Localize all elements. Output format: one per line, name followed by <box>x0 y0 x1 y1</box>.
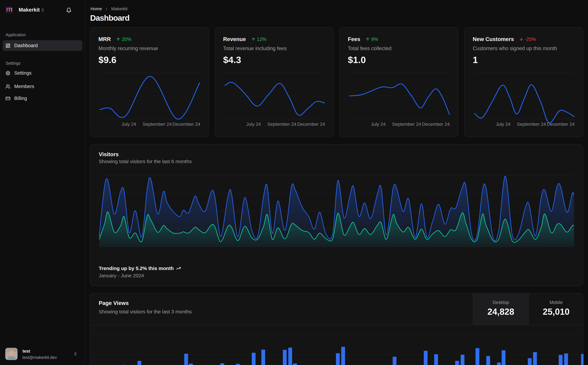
svg-text:December 24: December 24 <box>547 122 574 127</box>
svg-text:September 24: September 24 <box>143 122 172 127</box>
svg-text:December 24: December 24 <box>422 122 450 127</box>
svg-text:September 24: September 24 <box>392 122 421 127</box>
svg-text:September 24: September 24 <box>517 122 546 127</box>
svg-text:July 24: July 24 <box>246 122 261 127</box>
svg-text:December 24: December 24 <box>297 122 325 127</box>
svg-text:July 24: July 24 <box>496 122 511 127</box>
svg-text:September 24: September 24 <box>267 122 296 127</box>
svg-text:December 24: December 24 <box>173 122 200 127</box>
svg-text:July 24: July 24 <box>371 122 386 127</box>
svg-text:July 24: July 24 <box>122 122 136 127</box>
